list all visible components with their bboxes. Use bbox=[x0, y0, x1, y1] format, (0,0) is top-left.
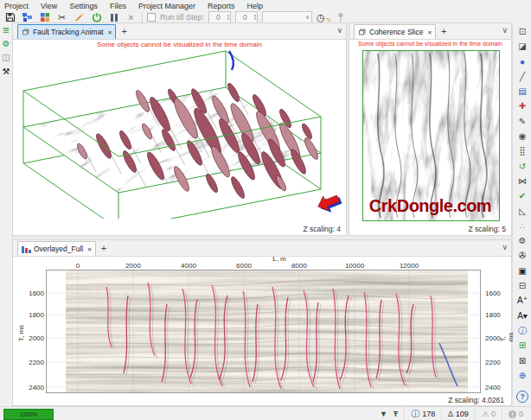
x-tick: 2000 bbox=[125, 262, 141, 270]
run-till-step-label: Run till Step: bbox=[160, 13, 204, 22]
tab-close-icon[interactable]: × bbox=[106, 29, 112, 36]
pause-icon[interactable] bbox=[107, 12, 120, 23]
left-tool-strip: ≣ ⚙ ◫ ⚒ bbox=[0, 22, 13, 409]
surface-mesh-icon[interactable]: ⋈ bbox=[514, 175, 531, 189]
panel-overlayed-section: Overlayed_Full × + ∨ L, m 0 2000 4000 60… bbox=[12, 239, 512, 406]
qc-check-icon[interactable]: ✔ bbox=[514, 189, 531, 204]
magic-wand-icon[interactable] bbox=[73, 12, 86, 23]
project-tree-icon[interactable]: ≣ bbox=[3, 25, 10, 35]
workflow-add-icon[interactable]: ⊕ bbox=[514, 369, 531, 384]
layout-split-icon[interactable]: ◫ bbox=[2, 53, 10, 63]
menu-project-manager[interactable]: Project Manager bbox=[138, 2, 195, 10]
printer-icon[interactable]: ⊟ bbox=[514, 279, 531, 294]
menu-files[interactable]: Files bbox=[110, 2, 126, 10]
mesh-sphere-icon[interactable]: ● bbox=[514, 55, 531, 70]
error-icon: ! bbox=[509, 410, 516, 418]
workflow-icon[interactable] bbox=[21, 12, 34, 23]
schedule-combobox[interactable]: ∨ bbox=[262, 11, 312, 23]
x-tick: 8000 bbox=[291, 262, 307, 270]
tab-overflow-icon[interactable]: ∨ bbox=[502, 26, 508, 35]
3d-viewport[interactable] bbox=[13, 49, 346, 219]
save-icon[interactable] bbox=[3, 12, 16, 23]
well-count: 109 bbox=[456, 410, 469, 418]
menu-settings[interactable]: Settings bbox=[69, 2, 98, 10]
status-error-group[interactable]: ! 0 bbox=[502, 408, 529, 420]
cube-3d-icon bbox=[22, 28, 30, 36]
y-tick-right: 2200 bbox=[485, 359, 501, 366]
font-zoom-icon[interactable]: A⁺ bbox=[514, 294, 531, 309]
status-warning-group[interactable]: ⚠ 0 bbox=[475, 408, 502, 420]
status-filter-icon[interactable]: ▼ bbox=[380, 410, 387, 418]
tab-overflow-icon[interactable]: ∨ bbox=[502, 243, 508, 251]
spinner-down-icon: ▾ bbox=[227, 17, 229, 22]
properties-form-icon[interactable]: ▤ bbox=[514, 85, 531, 99]
step-spinner-2[interactable]: 0 ▴▾ bbox=[235, 11, 258, 23]
x-tick: 4000 bbox=[181, 262, 196, 270]
point-grid-icon[interactable]: ⣿ bbox=[514, 144, 531, 159]
add-tab-button[interactable]: + bbox=[116, 26, 131, 36]
tab-coherence-slice[interactable]: Coherence Slice × bbox=[354, 24, 436, 39]
progress-bar: 100% bbox=[3, 409, 54, 420]
toolbar-separator bbox=[142, 13, 143, 22]
settings-gear-icon[interactable]: ⚙ bbox=[514, 234, 531, 249]
menu-project[interactable]: Project bbox=[4, 2, 29, 10]
coherence-tab-bar: Coherence Slice × + ∨ bbox=[349, 23, 511, 40]
menu-view[interactable]: View bbox=[41, 2, 57, 10]
fault-tab-bar: Fault Tracking Animat × + ∨ bbox=[13, 23, 346, 40]
ruler-icon[interactable]: ╱ bbox=[514, 70, 531, 85]
photo-camera-icon[interactable]: ▣ bbox=[514, 264, 531, 279]
north-arrow-icon bbox=[315, 191, 343, 217]
section-chart-icon bbox=[22, 245, 31, 253]
view-cube-icon[interactable]: ⊡ bbox=[514, 25, 531, 40]
status-wells-group[interactable]: ∆ 109 bbox=[441, 408, 475, 420]
z-scaling-label: Z scaling: 5 bbox=[469, 225, 506, 233]
warning-count: 0 bbox=[491, 410, 496, 418]
schedule-edit-icon[interactable]: ◷ ✎ bbox=[317, 12, 329, 23]
move-axes-icon[interactable]: ✚ bbox=[514, 99, 531, 114]
tab-close-icon[interactable]: × bbox=[425, 29, 432, 36]
tab-fault-tracking[interactable]: Fault Tracking Animat × bbox=[17, 24, 116, 39]
cut-icon[interactable]: ✂ bbox=[55, 12, 68, 23]
run-icon[interactable] bbox=[90, 12, 103, 23]
status-tree-icon[interactable]: Ŧ bbox=[393, 410, 399, 418]
panel-fault-tracking: Fault Tracking Animat × + ∨ Some objects… bbox=[12, 22, 347, 236]
tab-overflow-icon[interactable]: ∨ bbox=[336, 26, 342, 35]
paintbrush-icon[interactable]: ✎ bbox=[514, 115, 531, 130]
step-spinner-1-value: 0 bbox=[209, 13, 227, 22]
stop-icon[interactable]: × bbox=[125, 12, 138, 23]
polyline-add-icon[interactable]: ↺ bbox=[514, 160, 531, 175]
tab-overlayed-full[interactable]: Overlayed_Full × bbox=[17, 241, 96, 256]
slice-filter-icon[interactable]: ◪ bbox=[514, 40, 531, 54]
z-scaling-label: Z scaling: 4.0261 bbox=[448, 396, 504, 404]
angle-tool-icon[interactable]: ◺ bbox=[514, 205, 531, 220]
section-tab-bar: Overlayed_Full × + ∨ bbox=[13, 240, 511, 257]
y-tick-left: 1800 bbox=[25, 311, 44, 319]
layers-import-icon[interactable]: ⊞ bbox=[514, 339, 531, 353]
font-filter-icon[interactable]: A▾ bbox=[514, 309, 531, 324]
menu-reports[interactable]: Reports bbox=[208, 2, 235, 10]
y-tick-left: 1600 bbox=[25, 290, 44, 297]
run-till-step-checkbox[interactable] bbox=[147, 13, 156, 22]
x-tick: 12000 bbox=[400, 262, 419, 270]
info-icon[interactable]: ⓘ bbox=[514, 324, 531, 339]
well-derrick-icon: ∆ bbox=[448, 410, 453, 418]
layers-edit-icon[interactable]: ⊠ bbox=[514, 354, 531, 369]
build-tool-icon[interactable]: ⚒ bbox=[3, 67, 10, 77]
modules-icon[interactable] bbox=[38, 12, 51, 23]
pin-icon[interactable] bbox=[334, 12, 347, 23]
scatter-points-icon[interactable]: ∴ bbox=[514, 220, 531, 234]
y-tick-right: 2000 bbox=[485, 334, 501, 342]
info-count: 178 bbox=[422, 410, 435, 418]
probe-icon[interactable]: ◉ bbox=[514, 130, 531, 144]
status-bar: 100% ▼ Ŧ ⓘ 178 ∆ 109 ⚠ 0 ! 0 bbox=[0, 406, 531, 420]
status-info-group[interactable]: ⓘ 178 bbox=[404, 408, 441, 420]
settings-gear-icon[interactable]: ⚙ bbox=[3, 39, 10, 49]
add-tab-button[interactable]: + bbox=[436, 26, 451, 36]
tab-close-icon[interactable]: × bbox=[86, 245, 92, 253]
menu-help[interactable]: Help bbox=[246, 2, 263, 10]
video-camera-icon[interactable]: ✇ bbox=[514, 249, 531, 264]
step-spinner-1[interactable]: 0 ▴▾ bbox=[208, 11, 231, 23]
add-tab-button[interactable]: + bbox=[96, 243, 112, 253]
help-icon[interactable]: ? bbox=[516, 391, 528, 403]
section-viewport[interactable] bbox=[46, 270, 481, 393]
